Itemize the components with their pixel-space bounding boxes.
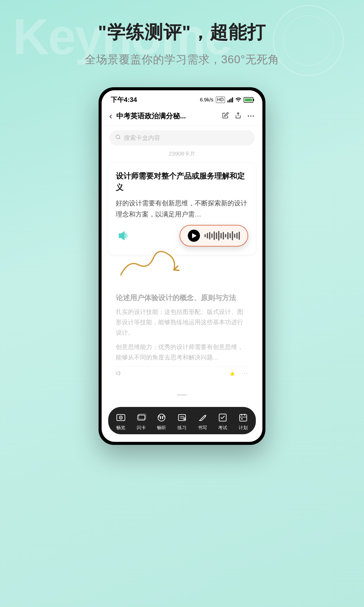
audio-pill[interactable] [179, 225, 248, 247]
blurred-card: 论述用户体验设计的概念、原则与方法 扎实的设计技能：这包括图形配、版式设计、图形… [108, 285, 256, 384]
nav-item-listen[interactable]: 畅听 [156, 412, 167, 431]
nav-item-test[interactable]: 考试 [217, 412, 228, 431]
speaker-icon[interactable] [116, 228, 131, 243]
card-count: 23908卡片 [102, 150, 262, 158]
bottom-nav: 畅览 闪卡 [108, 407, 256, 434]
nav-item-practice[interactable]: 练习 [176, 412, 188, 431]
nav-bar: ‹ 中考英语政治满分秘... [102, 107, 262, 126]
browse-icon [115, 412, 126, 423]
practice-label: 练习 [177, 425, 187, 431]
share-icon[interactable] [235, 112, 241, 120]
blurred-card-body2: 创意思维能力：优秀的设计师需要有创意思维，能够从不同的角度去思考和解决问题... [116, 342, 248, 363]
plan-icon [238, 412, 249, 423]
card-footer: ★ ··· [116, 366, 248, 378]
test-icon [217, 412, 228, 423]
svg-point-1 [116, 135, 120, 139]
more-icon[interactable]: ··· [247, 112, 255, 120]
star-icon[interactable]: ★ [229, 370, 236, 378]
test-label: 考试 [218, 425, 227, 431]
nav-title: 中考英语政治满分秘... [116, 111, 222, 121]
write-label: 书写 [198, 425, 207, 431]
svg-point-9 [158, 414, 165, 421]
headline: "学练测评"，超能打 [98, 20, 266, 45]
search-placeholder: 搜索卡盒内容 [124, 134, 160, 142]
handwritten-arrow-decoration [108, 252, 256, 283]
svg-rect-10 [160, 416, 161, 419]
back-button[interactable]: ‹ [109, 111, 112, 121]
search-bar[interactable]: 搜索卡盒内容 [109, 130, 255, 145]
listen-label: 畅听 [157, 425, 166, 431]
status-right: 6.9k/s HD [200, 97, 253, 103]
nav-item-write[interactable]: 书写 [197, 412, 208, 431]
listen-icon [156, 412, 167, 423]
card-title: 设计师需要对整个产品或服务理解和定义 [116, 170, 248, 193]
blurred-card-title: 论述用户体验设计的概念、原则与方法 [116, 293, 248, 303]
waveform-display [204, 231, 240, 241]
svg-rect-18 [240, 415, 247, 421]
write-icon [197, 412, 208, 423]
plan-label: 计划 [239, 425, 248, 431]
search-icon [115, 134, 121, 141]
edit-icon[interactable] [222, 112, 229, 120]
audio-row [116, 225, 248, 247]
flashcard-icon [136, 412, 147, 423]
play-button[interactable] [188, 230, 200, 242]
battery-icon [244, 97, 253, 103]
footer-speaker-icon[interactable] [116, 370, 122, 378]
card-body: 好的设计需要有创新思维，不断探索新的设计理念和方案，以满足用户需… [116, 198, 248, 220]
page-content: "学练测评"，超能打 全场景覆盖你的学习需求，360°无死角 下午4:34 6.… [0, 0, 364, 445]
browse-label: 畅览 [116, 425, 125, 431]
status-speed: 6.9k/s [200, 97, 213, 103]
svg-rect-22 [241, 418, 243, 420]
svg-marker-2 [119, 231, 125, 240]
hd-label: HD [216, 97, 225, 103]
status-bar: 下午4:34 6.9k/s HD [102, 90, 262, 107]
nav-item-browse[interactable]: 畅览 [115, 412, 126, 431]
nav-item-flashcard[interactable]: 闪卡 [136, 412, 147, 431]
signal-icon [228, 97, 233, 102]
nav-action-icons: ··· [222, 112, 255, 120]
footer-actions: ★ ··· [229, 370, 248, 378]
flashcard-label: 闪卡 [137, 425, 146, 431]
main-card: 设计师需要对整个产品或服务理解和定义 好的设计需要有创新思维，不断探索新的设计理… [108, 163, 256, 255]
svg-point-6 [120, 417, 121, 418]
subheadline: 全场景覆盖你的学习需求，360°无死角 [85, 52, 279, 67]
blurred-card-body1: 扎实的设计技能：这包括图形配、版式设计、图形设计等技能，能够熟练地运用这些基本功… [116, 307, 248, 338]
partial-card [108, 389, 256, 404]
phone-mockup: 下午4:34 6.9k/s HD [99, 87, 265, 445]
phone-screen: 下午4:34 6.9k/s HD [102, 90, 262, 442]
wifi-icon [236, 97, 241, 103]
svg-marker-3 [116, 372, 119, 375]
svg-rect-11 [162, 416, 163, 419]
nav-item-plan[interactable]: 计划 [238, 412, 249, 431]
practice-icon [176, 412, 188, 423]
status-time: 下午4:34 [111, 95, 137, 104]
more-options-icon[interactable]: ··· [242, 370, 248, 378]
